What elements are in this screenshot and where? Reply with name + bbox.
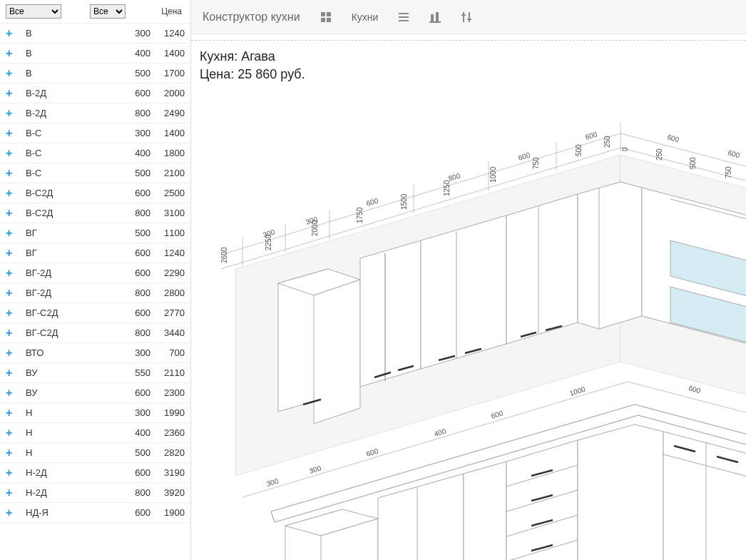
catalog-row[interactable]: +В-С4001800: [0, 143, 190, 163]
item-name: ВГ-С2Д: [20, 307, 122, 318]
catalog-row[interactable]: +ВТО300700: [0, 343, 190, 363]
catalog-row[interactable]: +ВГ-2Д6002290: [0, 263, 190, 283]
add-icon[interactable]: +: [6, 87, 20, 100]
item-price: 2000: [150, 88, 185, 98]
item-price: 2490: [150, 108, 185, 118]
add-icon[interactable]: +: [6, 367, 20, 380]
svg-text:600: 600: [727, 148, 740, 159]
filter-size-select[interactable]: Все: [90, 4, 126, 19]
add-icon[interactable]: +: [6, 127, 20, 140]
add-icon[interactable]: +: [6, 27, 20, 40]
add-icon[interactable]: +: [6, 207, 20, 220]
item-size: 300: [122, 28, 150, 39]
item-price: 1900: [150, 507, 185, 518]
catalog-row[interactable]: +В-С2Д8003100: [0, 203, 190, 223]
svg-text:600: 600: [666, 133, 680, 143]
item-name: В-2Д: [20, 108, 122, 118]
catalog-filters: Все Все Цена: [0, 0, 190, 24]
add-icon[interactable]: +: [6, 167, 20, 180]
add-icon[interactable]: +: [6, 247, 20, 260]
catalog-row[interactable]: +В4001400: [0, 44, 190, 63]
catalog-row[interactable]: +В-2Д8002490: [0, 103, 190, 123]
add-icon[interactable]: +: [6, 227, 20, 240]
catalog-row[interactable]: +Н4002360: [0, 423, 190, 443]
item-price: 1100: [150, 228, 185, 238]
catalog-row[interactable]: +ВУ5502110: [0, 363, 190, 383]
upper-cabinet[interactable]: [421, 215, 506, 369]
upper-cabinet[interactable]: [360, 240, 421, 387]
svg-marker-80: [506, 440, 578, 560]
item-name: В-С: [20, 168, 122, 178]
svg-rect-1: [327, 12, 331, 16]
add-icon[interactable]: +: [6, 67, 20, 80]
upper-corner-cabinet[interactable]: [578, 182, 642, 329]
add-icon[interactable]: +: [6, 427, 20, 439]
catalog-row[interactable]: +ВУ6002300: [0, 383, 190, 403]
catalog-row[interactable]: +В5001700: [0, 63, 190, 83]
upper-cabinet[interactable]: [278, 269, 360, 424]
lower-cabinet-right[interactable]: [663, 432, 746, 560]
catalog-row[interactable]: +В-2Д6002000: [0, 83, 190, 103]
svg-rect-0: [321, 12, 325, 16]
svg-text:1750: 1750: [356, 207, 364, 223]
filter-type-select[interactable]: Все: [6, 4, 61, 19]
add-icon[interactable]: +: [6, 287, 20, 300]
item-size: 600: [122, 188, 150, 198]
catalog-row[interactable]: +НД-Я6001900: [0, 503, 190, 523]
svg-rect-12: [469, 12, 470, 22]
catalog-row[interactable]: +Н-2Д6003190: [0, 463, 190, 483]
item-size: 400: [122, 148, 150, 158]
catalog-row[interactable]: +В-С3001400: [0, 123, 190, 143]
item-size: 400: [122, 427, 150, 438]
item-price: 1240: [150, 248, 185, 258]
svg-text:1000: 1000: [489, 166, 497, 183]
grid-icon[interactable]: [320, 11, 332, 23]
kitchens-link[interactable]: Кухни: [352, 11, 379, 23]
add-icon[interactable]: +: [6, 47, 20, 60]
item-size: 600: [122, 507, 150, 518]
item-price: 3100: [150, 208, 185, 218]
catalog-row[interactable]: +ВГ6001240: [0, 243, 190, 263]
add-icon[interactable]: +: [6, 107, 20, 120]
kitchen-drawing[interactable]: 300 300 600 800 600 600 600 600 2600 225…: [200, 98, 746, 560]
catalog-row[interactable]: +Н-2Д8003920: [0, 483, 190, 503]
catalog-row[interactable]: +В-С2Д6002500: [0, 183, 190, 203]
add-icon[interactable]: +: [6, 327, 20, 340]
add-icon[interactable]: +: [6, 187, 20, 200]
catalog-row[interactable]: +Н5002820: [0, 443, 190, 463]
svg-rect-11: [461, 14, 466, 16]
add-icon[interactable]: +: [6, 267, 20, 280]
catalog-row[interactable]: +В3001240: [0, 24, 190, 44]
lower-corner-cabinet[interactable]: [578, 424, 663, 560]
svg-text:2000: 2000: [311, 220, 319, 236]
settings-icon[interactable]: [461, 11, 472, 23]
add-icon[interactable]: +: [6, 407, 20, 419]
item-name: Н: [20, 407, 122, 418]
add-icon[interactable]: +: [6, 447, 20, 459]
add-icon[interactable]: +: [6, 147, 20, 160]
item-price: 1240: [150, 28, 185, 39]
lower-cabinet[interactable]: [464, 462, 506, 560]
catalog-row[interactable]: +ВГ-2Д8002800: [0, 283, 190, 303]
toolbar: Конструктор кухни Кухни: [191, 0, 746, 34]
catalog-row[interactable]: +ВГ-С2Д8003440: [0, 323, 190, 343]
add-icon[interactable]: +: [6, 307, 20, 320]
lower-drawer-cabinet[interactable]: [506, 440, 578, 560]
catalog-row[interactable]: +Н3001990: [0, 403, 190, 423]
catalog-row[interactable]: +В-С5002100: [0, 163, 190, 183]
list-icon[interactable]: [398, 11, 409, 23]
catalog-row[interactable]: +ВГ5001100: [0, 223, 190, 243]
catalog-list[interactable]: +В3001240+В4001400+В5001700+В-2Д6002000+…: [0, 24, 190, 560]
canvas-area[interactable]: Кухня: Агава Цена: 25 860 руб.: [191, 41, 746, 560]
item-name: В: [20, 48, 122, 58]
item-name: ВГ: [20, 228, 122, 238]
upper-cabinet[interactable]: [506, 194, 578, 344]
align-bottom-icon[interactable]: [429, 11, 441, 23]
add-icon[interactable]: +: [6, 387, 20, 399]
item-size: 600: [122, 248, 150, 258]
catalog-row[interactable]: +ВГ-С2Д6002770: [0, 303, 190, 323]
add-icon[interactable]: +: [6, 506, 20, 519]
add-icon[interactable]: +: [6, 467, 20, 479]
add-icon[interactable]: +: [6, 347, 20, 360]
add-icon[interactable]: +: [6, 487, 20, 499]
